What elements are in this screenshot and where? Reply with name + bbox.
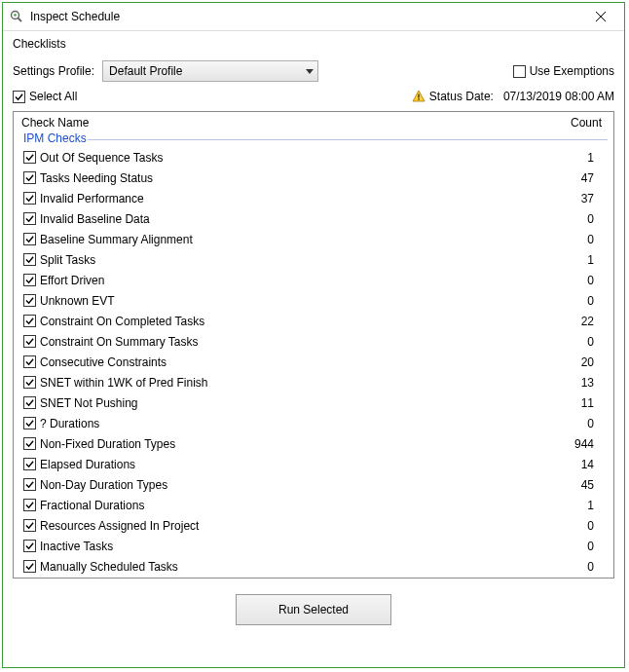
check-row-count: 0 xyxy=(541,417,608,430)
check-row[interactable]: Unknown EVT0 xyxy=(14,290,613,311)
check-row-checkbox[interactable] xyxy=(23,560,36,573)
check-row[interactable]: SNET within 1WK of Pred Finish13 xyxy=(14,372,613,392)
run-selected-label: Run Selected xyxy=(278,603,349,616)
check-row-count: 0 xyxy=(541,335,608,349)
settings-profile-dropdown[interactable]: Default Profile xyxy=(102,60,318,82)
check-row-checkbox[interactable] xyxy=(23,458,36,470)
svg-rect-5 xyxy=(418,94,419,98)
use-exemptions-label: Use Exemptions xyxy=(530,64,614,78)
group-divider xyxy=(88,139,608,140)
check-row-label: SNET Not Pushing xyxy=(36,396,541,410)
check-row[interactable]: Inactive Tasks0 xyxy=(14,536,613,556)
check-row-count: 20 xyxy=(541,355,608,369)
settings-row: Settings Profile: Default Profile Use Ex… xyxy=(3,58,624,88)
check-row[interactable]: Elapsed Durations14 xyxy=(14,454,613,474)
check-row[interactable]: Effort Driven0 xyxy=(14,270,613,290)
list-header: Check Name Count xyxy=(14,112,613,131)
check-row-label: Inactive Tasks xyxy=(36,540,541,553)
check-row-checkbox[interactable] xyxy=(23,294,36,307)
check-row-checkbox[interactable] xyxy=(23,355,36,368)
list-body[interactable]: Out Of Sequence Tasks1Tasks Needing Stat… xyxy=(14,147,613,578)
check-row-checkbox[interactable] xyxy=(23,519,36,532)
check-row[interactable]: Constraint On Summary Tasks0 xyxy=(14,331,613,352)
settings-profile-value: Default Profile xyxy=(109,64,182,78)
check-row-checkbox[interactable] xyxy=(23,437,36,450)
column-header-count: Count xyxy=(534,116,608,130)
check-row-checkbox[interactable] xyxy=(23,376,36,389)
check-row-count: 11 xyxy=(541,396,608,410)
check-row-label: Elapsed Durations xyxy=(36,458,541,471)
check-row[interactable]: Manually Scheduled Tasks0 xyxy=(14,556,613,577)
check-row-count: 1 xyxy=(541,253,608,267)
check-row-count: 1 xyxy=(541,151,608,165)
check-row-label: Effort Driven xyxy=(36,274,541,287)
run-selected-button[interactable]: Run Selected xyxy=(236,594,391,625)
check-row-count: 0 xyxy=(541,294,608,308)
status-date-value: 07/13/2019 08:00 AM xyxy=(503,90,614,103)
check-row[interactable]: Non-Day Duration Types45 xyxy=(14,474,613,495)
checks-list: Check Name Count IPM Checks Out Of Seque… xyxy=(13,111,614,579)
check-row-count: 13 xyxy=(541,376,608,390)
check-row-label: Invalid Baseline Data xyxy=(36,212,541,226)
window-close-button[interactable] xyxy=(583,3,618,30)
check-row-checkbox[interactable] xyxy=(23,540,36,552)
check-row[interactable]: Consecutive Constraints20 xyxy=(14,352,613,372)
check-row-checkbox[interactable] xyxy=(23,396,36,409)
check-row[interactable]: Out Of Sequence Tasks1 xyxy=(14,147,613,168)
select-all-label: Select All xyxy=(29,90,77,103)
check-row[interactable]: Multiple Calendars0 xyxy=(14,577,613,578)
check-row-checkbox[interactable] xyxy=(23,171,36,184)
check-row[interactable]: Split Tasks1 xyxy=(14,249,613,270)
chevron-down-icon xyxy=(306,64,314,78)
svg-line-1 xyxy=(18,19,22,22)
check-row-label: Consecutive Constraints xyxy=(36,355,541,369)
check-row-count: 45 xyxy=(541,478,608,492)
check-row[interactable]: Fractional Durations1 xyxy=(14,495,613,515)
app-icon xyxy=(9,9,24,24)
select-all-row: Select All Status Date: 07/13/2019 08:00… xyxy=(3,88,624,107)
check-row-checkbox[interactable] xyxy=(23,192,36,205)
check-row-checkbox[interactable] xyxy=(23,335,36,348)
check-row[interactable]: ? Durations0 xyxy=(14,413,613,433)
check-row[interactable]: Non-Fixed Duration Types944 xyxy=(14,433,613,454)
check-row-label: Baseline Summary Alignment xyxy=(36,233,541,246)
check-row[interactable]: Invalid Baseline Data0 xyxy=(14,208,613,229)
check-row-checkbox[interactable] xyxy=(23,212,36,225)
check-row-checkbox[interactable] xyxy=(23,499,36,511)
check-row-label: Non-Fixed Duration Types xyxy=(36,437,541,451)
check-row[interactable]: Tasks Needing Status47 xyxy=(14,168,613,188)
column-header-name: Check Name xyxy=(19,116,534,130)
check-row-label: Invalid Performance xyxy=(36,192,541,205)
section-header: Checklists xyxy=(3,31,624,58)
check-row-checkbox[interactable] xyxy=(23,151,36,164)
check-row-checkbox[interactable] xyxy=(23,253,36,266)
check-row-label: ? Durations xyxy=(36,417,541,430)
check-row-label: Non-Day Duration Types xyxy=(36,478,541,492)
check-row-count: 0 xyxy=(541,212,608,226)
checkbox-box xyxy=(13,91,25,103)
close-icon xyxy=(596,12,606,21)
check-row[interactable]: Baseline Summary Alignment0 xyxy=(14,229,613,249)
check-row-checkbox[interactable] xyxy=(23,478,36,491)
check-row-count: 22 xyxy=(541,315,608,328)
check-row-label: Constraint On Completed Tasks xyxy=(36,315,541,328)
checkbox-box xyxy=(513,65,526,78)
check-row-checkbox[interactable] xyxy=(23,417,36,429)
check-row-checkbox[interactable] xyxy=(23,315,36,327)
check-row[interactable]: Invalid Performance37 xyxy=(14,188,613,208)
check-row-label: SNET within 1WK of Pred Finish xyxy=(36,376,541,390)
check-row-label: Tasks Needing Status xyxy=(36,171,541,185)
window-title: Inspect Schedule xyxy=(30,10,583,23)
check-row-checkbox[interactable] xyxy=(23,233,36,245)
check-row-label: Out Of Sequence Tasks xyxy=(36,151,541,165)
select-all-checkbox[interactable]: Select All xyxy=(13,90,77,103)
check-row[interactable]: Resources Assigned In Project0 xyxy=(14,515,613,536)
check-row-checkbox[interactable] xyxy=(23,274,36,286)
check-row[interactable]: Constraint On Completed Tasks22 xyxy=(14,311,613,331)
check-row-count: 944 xyxy=(541,437,608,451)
action-row: Run Selected xyxy=(3,582,624,641)
check-row[interactable]: SNET Not Pushing11 xyxy=(14,392,613,413)
check-row-label: Unknown EVT xyxy=(36,294,541,308)
use-exemptions-checkbox[interactable]: Use Exemptions xyxy=(513,64,614,78)
inspect-schedule-window: Inspect Schedule Checklists Settings Pro… xyxy=(2,2,625,668)
